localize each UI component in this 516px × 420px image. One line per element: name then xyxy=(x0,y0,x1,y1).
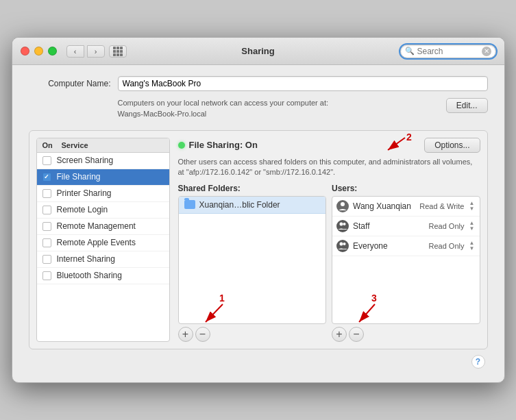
service-item-screen-sharing[interactable]: Screen Sharing xyxy=(37,153,169,169)
permission-stepper-everyone[interactable]: ▲ ▼ xyxy=(469,240,476,251)
checkbox-remote-apple-events[interactable] xyxy=(42,238,51,247)
checkbox-file-sharing[interactable] xyxy=(42,173,51,182)
services-header-service: Service xyxy=(62,141,164,149)
window-title: Sharing xyxy=(241,46,274,56)
user-icon-wang xyxy=(336,200,349,212)
computer-name-label: Computer Name: xyxy=(29,79,111,88)
traffic-lights xyxy=(21,47,57,55)
user-left-everyone: Everyone xyxy=(336,240,388,252)
back-button[interactable]: ‹ xyxy=(66,45,84,58)
checkbox-remote-login[interactable] xyxy=(42,206,51,214)
service-item-printer-sharing[interactable]: Printer Sharing xyxy=(37,186,169,202)
shared-folders-list: Xuanqian…blic Folder xyxy=(178,196,327,324)
status-text: File Sharing: On xyxy=(189,140,258,150)
service-label-printer-sharing: Printer Sharing xyxy=(57,188,112,198)
local-address-text: Computers on your local network can acce… xyxy=(118,98,446,119)
folder-item[interactable]: Xuanqian…blic Folder xyxy=(179,197,326,214)
user-item-wang[interactable]: Wang Xuanqian Read & Write ▲ ▼ xyxy=(332,197,480,217)
maximize-button[interactable] xyxy=(48,47,57,55)
checkbox-printer-sharing[interactable] xyxy=(42,189,51,198)
services-header-on: On xyxy=(42,141,62,149)
service-item-bluetooth-sharing[interactable]: Bluetooth Sharing xyxy=(37,268,169,284)
user-permission-everyone: Read Only ▲ ▼ xyxy=(429,240,476,251)
remove-user-button[interactable]: − xyxy=(349,327,364,342)
user-buttons-area: + − 3 xyxy=(332,324,480,342)
add-user-button[interactable]: + xyxy=(332,327,347,342)
svg-point-7 xyxy=(340,222,343,225)
users-panel: Users: xyxy=(332,184,480,342)
service-label-remote-management: Remote Management xyxy=(57,221,136,231)
user-permission-text-everyone: Read Only xyxy=(429,242,465,250)
checkbox-internet-sharing[interactable] xyxy=(42,255,51,264)
service-item-file-sharing[interactable]: File Sharing xyxy=(37,169,169,186)
folder-buttons: + − xyxy=(178,327,327,342)
service-label-remote-apple-events: Remote Apple Events xyxy=(57,238,136,247)
local-address-row: Computers on your local network can acce… xyxy=(29,98,488,119)
user-left-wang: Wang Xuanqian xyxy=(336,200,411,212)
right-panel: File Sharing: On 2 xyxy=(178,138,480,342)
close-button[interactable] xyxy=(21,47,29,55)
bottom-bar: ? xyxy=(29,349,488,371)
user-left-staff: Staff xyxy=(336,220,369,232)
add-folder-button[interactable]: + xyxy=(178,327,193,342)
user-item-staff[interactable]: Staff Read Only ▲ ▼ xyxy=(332,217,480,236)
window-content: Computer Name: Computers on your local n… xyxy=(12,65,504,382)
svg-point-8 xyxy=(343,223,346,225)
users-list: Wang Xuanqian Read & Write ▲ ▼ xyxy=(332,196,480,324)
permission-stepper-wang[interactable]: ▲ ▼ xyxy=(469,201,476,212)
checkbox-screen-sharing[interactable] xyxy=(42,156,51,165)
service-label-internet-sharing: Internet Sharing xyxy=(57,254,115,264)
svg-point-9 xyxy=(340,242,343,245)
shared-folders-header: Shared Folders: xyxy=(178,184,327,193)
svg-line-1 xyxy=(388,138,405,150)
help-button[interactable]: ? xyxy=(471,355,485,369)
service-item-remote-management[interactable]: Remote Management xyxy=(37,219,169,235)
service-label-bluetooth-sharing: Bluetooth Sharing xyxy=(57,271,122,280)
titlebar: ‹ › Sharing 🔍 ✕ xyxy=(12,38,504,65)
user-name-wang: Wang Xuanqian xyxy=(353,201,411,211)
main-area: On Service Screen Sharing File Sharing P… xyxy=(29,130,488,349)
folder-name: Xuanqian…blic Folder xyxy=(199,200,280,210)
service-item-remote-login[interactable]: Remote Login xyxy=(37,202,169,219)
shared-users-area: Shared Folders: Xuanqian…blic Folder + xyxy=(178,184,480,342)
service-label-remote-login: Remote Login xyxy=(57,205,108,214)
computer-name-row: Computer Name: xyxy=(29,76,488,91)
service-label-screen-sharing: Screen Sharing xyxy=(57,156,114,165)
shared-folders-panel: Shared Folders: Xuanqian…blic Folder + xyxy=(178,184,327,342)
description-text: Other users can access shared folders on… xyxy=(178,157,480,178)
arrow-down-staff[interactable]: ▼ xyxy=(469,226,476,232)
search-box: 🔍 ✕ xyxy=(400,45,496,58)
users-header: Users: xyxy=(332,184,480,193)
folder-buttons-area: + − 1 xyxy=(178,324,327,342)
svg-point-6 xyxy=(341,202,345,206)
checkbox-bluetooth-sharing[interactable] xyxy=(42,271,51,280)
status-dot xyxy=(178,142,185,149)
grid-view-button[interactable] xyxy=(109,45,127,58)
arrow-down-wang[interactable]: ▼ xyxy=(469,206,476,212)
service-item-internet-sharing[interactable]: Internet Sharing xyxy=(37,251,169,268)
search-input[interactable] xyxy=(417,47,479,56)
user-item-everyone[interactable]: Everyone Read Only ▲ ▼ xyxy=(332,236,480,256)
user-icon-everyone xyxy=(336,240,349,252)
minimize-button[interactable] xyxy=(34,47,43,55)
edit-button[interactable]: Edit... xyxy=(446,98,488,113)
folder-icon xyxy=(184,200,195,209)
main-window: ‹ › Sharing 🔍 ✕ Computer Name: Com xyxy=(12,37,505,383)
options-button[interactable]: Options... xyxy=(424,138,480,153)
remove-folder-button[interactable]: − xyxy=(195,327,210,342)
service-label-file-sharing: File Sharing xyxy=(57,172,101,182)
status-row: File Sharing: On 2 xyxy=(178,138,480,153)
svg-point-10 xyxy=(343,243,346,245)
arrow-down-everyone[interactable]: ▼ xyxy=(469,246,476,251)
service-item-remote-apple-events[interactable]: Remote Apple Events xyxy=(37,235,169,251)
svg-text:2: 2 xyxy=(406,132,412,143)
user-permission-staff: Read Only ▲ ▼ xyxy=(429,221,476,232)
forward-button[interactable]: › xyxy=(87,45,105,58)
user-icon-staff xyxy=(336,220,349,232)
user-name-everyone: Everyone xyxy=(353,241,388,251)
status-indicator: File Sharing: On xyxy=(178,140,258,150)
checkbox-remote-management[interactable] xyxy=(42,222,51,231)
computer-name-input[interactable] xyxy=(118,76,488,91)
search-clear-button[interactable]: ✕ xyxy=(482,47,491,56)
permission-stepper-staff[interactable]: ▲ ▼ xyxy=(469,221,476,232)
